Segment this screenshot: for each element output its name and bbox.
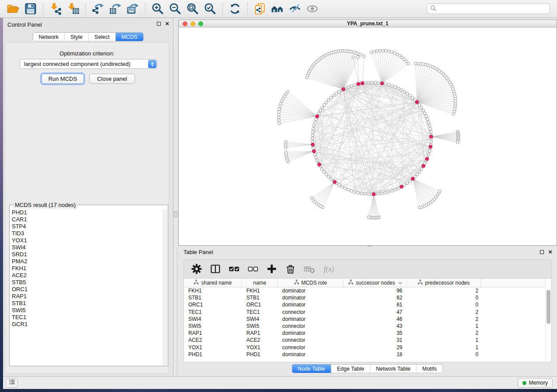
table-row[interactable]: FKH1FKH1dominator962 xyxy=(184,287,551,294)
cell-predecessor-nodes[interactable]: 1 xyxy=(407,323,481,329)
tab-network-table[interactable]: Network Table xyxy=(370,364,417,373)
cell-mcds-role[interactable]: dominator xyxy=(278,351,343,358)
network-graph[interactable] xyxy=(179,28,557,245)
cell-successor-nodes[interactable]: 31 xyxy=(343,337,407,343)
float-window-icon[interactable] xyxy=(157,22,161,26)
cell-mcds-role[interactable]: dominator xyxy=(278,302,343,308)
divider-grip[interactable] xyxy=(174,211,177,217)
mcds-result-item[interactable]: TID3 xyxy=(12,230,162,237)
table-row[interactable]: YOX1YOX1connector291 xyxy=(184,344,551,351)
cell-name[interactable]: ORC1 xyxy=(242,302,278,308)
cell-shared-name[interactable]: SWI4 xyxy=(184,316,242,322)
zoom-selected-button[interactable] xyxy=(203,2,218,16)
mcds-result-item[interactable]: CAR1 xyxy=(12,216,162,223)
column-header-mcds-role[interactable]: MCDS role xyxy=(278,279,343,287)
cell-name[interactable]: SWI4 xyxy=(242,316,278,322)
export-network-button[interactable] xyxy=(90,2,105,16)
toggle-panel-split-button[interactable] xyxy=(210,263,221,275)
search-input[interactable] xyxy=(436,5,550,12)
mcds-result-item[interactable]: TEC1 xyxy=(12,314,162,321)
cell-predecessor-nodes[interactable]: 0 xyxy=(407,351,481,358)
cell-mcds-role[interactable]: dominator xyxy=(278,330,343,336)
zoom-out-button[interactable] xyxy=(168,2,183,16)
import-table-button[interactable] xyxy=(66,2,80,16)
mcds-result-item[interactable]: PMA2 xyxy=(12,258,162,265)
mcds-result-item[interactable]: GCR1 xyxy=(12,321,162,328)
cell-name[interactable]: SWI5 xyxy=(242,323,278,329)
cell-predecessor-nodes[interactable]: 0 xyxy=(407,302,481,308)
cell-shared-name[interactable]: ORC1 xyxy=(184,302,242,308)
cell-shared-name[interactable]: YOX1 xyxy=(184,344,242,351)
run-mcds-button[interactable]: Run MCDS xyxy=(42,74,84,84)
cell-mcds-role[interactable]: dominator xyxy=(278,295,343,301)
mcds-result-item[interactable]: STP4 xyxy=(12,223,162,230)
cell-predecessor-nodes[interactable]: 2 xyxy=(407,330,481,336)
tab-motifs[interactable]: Motifs xyxy=(416,364,442,373)
table-row[interactable]: STB1STB1dominator620 xyxy=(184,294,551,301)
table-row[interactable]: SWI5SWI5connector431 xyxy=(184,323,551,330)
cell-successor-nodes[interactable]: 18 xyxy=(343,351,407,358)
import-network-button[interactable] xyxy=(48,2,63,16)
network-canvas[interactable] xyxy=(179,28,557,245)
apply-layout-button[interactable] xyxy=(228,2,242,16)
search-box[interactable] xyxy=(427,3,550,14)
mcds-result-item[interactable]: YOX1 xyxy=(12,237,162,244)
cell-name[interactable]: RAP1 xyxy=(242,330,278,336)
tab-select[interactable]: Select xyxy=(89,33,116,41)
cell-mcds-role[interactable]: connector xyxy=(278,309,343,315)
float-window-icon[interactable] xyxy=(540,250,544,254)
column-header-name[interactable]: name xyxy=(242,279,278,287)
cell-successor-nodes[interactable]: 62 xyxy=(343,295,407,301)
delete-columns-button[interactable] xyxy=(285,263,296,275)
criterion-select[interactable]: largest connected component (undirected) xyxy=(20,59,157,69)
close-icon[interactable]: × xyxy=(165,20,169,28)
cell-shared-name[interactable]: RAP1 xyxy=(184,330,242,336)
cell-successor-nodes[interactable]: 61 xyxy=(343,302,407,308)
cell-predecessor-nodes[interactable]: 0 xyxy=(407,295,481,301)
zoom-in-button[interactable] xyxy=(150,2,165,16)
mcds-result-item[interactable]: ACE2 xyxy=(12,272,162,279)
cell-predecessor-nodes[interactable]: 2 xyxy=(407,288,481,294)
graphics-details-button[interactable] xyxy=(305,2,320,16)
mcds-result-item[interactable]: RAP1 xyxy=(12,293,162,300)
create-column-button[interactable] xyxy=(266,263,277,275)
open-session-button[interactable] xyxy=(6,2,21,16)
tab-mcds[interactable]: MCDS xyxy=(116,33,143,41)
table-row[interactable]: RAP1RAP1dominator352 xyxy=(184,330,551,337)
cell-shared-name[interactable]: ACE2 xyxy=(184,337,242,343)
table-row[interactable]: ACE2ACE2connector311 xyxy=(184,337,551,344)
cell-successor-nodes[interactable]: 43 xyxy=(343,323,407,329)
mcds-result-item[interactable]: STB5 xyxy=(12,279,162,286)
export-table-button[interactable] xyxy=(108,2,123,16)
close-panel-button[interactable]: Close panel xyxy=(89,74,135,84)
column-header-shared-name[interactable]: shared name xyxy=(184,279,242,287)
cell-name[interactable]: TEC1 xyxy=(242,309,278,315)
cell-name[interactable]: ACE2 xyxy=(242,337,278,343)
cell-successor-nodes[interactable]: 46 xyxy=(343,316,407,322)
cell-mcds-role[interactable]: dominator xyxy=(278,288,343,294)
cell-name[interactable]: YOX1 xyxy=(242,344,278,351)
tab-edge-table[interactable]: Edge Table xyxy=(331,364,370,373)
close-icon[interactable]: × xyxy=(548,248,552,256)
mcds-result-item[interactable]: STB1 xyxy=(12,300,162,307)
hide-graphics-details-button[interactable] xyxy=(287,2,302,16)
cell-shared-name[interactable]: STB1 xyxy=(184,295,242,301)
table-row[interactable]: PHD1PHD1dominator180 xyxy=(184,351,551,358)
cell-shared-name[interactable]: SWI5 xyxy=(184,323,242,329)
save-session-button[interactable] xyxy=(23,2,38,16)
cell-mcds-role[interactable]: connector xyxy=(278,323,343,329)
cell-shared-name[interactable]: TEC1 xyxy=(184,309,242,315)
mcds-result-scrollbar[interactable] xyxy=(163,209,167,365)
mcds-result-item[interactable]: SRD1 xyxy=(12,251,162,258)
mcds-result-item[interactable]: SWI4 xyxy=(12,244,162,251)
cell-mcds-role[interactable]: dominator xyxy=(278,316,343,322)
mcds-result-item[interactable]: ORC1 xyxy=(12,286,162,293)
cell-mcds-role[interactable]: connector xyxy=(278,337,343,343)
deselect-all-button[interactable] xyxy=(247,263,259,275)
network-window-titlebar[interactable]: YPA_prune.txt_1 xyxy=(179,20,557,28)
cell-predecessor-nodes[interactable]: 2 xyxy=(407,316,481,322)
table-scrollbar[interactable] xyxy=(545,279,551,362)
select-all-button[interactable] xyxy=(228,263,240,275)
mcds-result-item[interactable]: FKH1 xyxy=(12,265,162,272)
table-row[interactable]: ORC1ORC1dominator610 xyxy=(184,301,551,308)
